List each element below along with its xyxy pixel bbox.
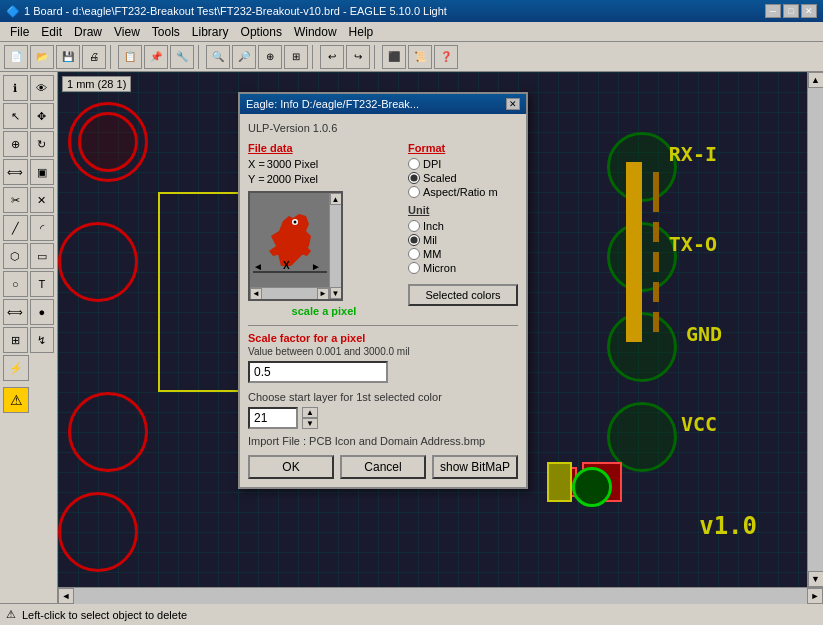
unit-label: Unit (408, 204, 518, 216)
scale-pixel-label: scale a pixel (248, 305, 400, 317)
preview-scroll-down[interactable]: ▼ (330, 287, 342, 299)
tool-info[interactable]: ℹ (3, 75, 28, 101)
tool-copy2[interactable]: ⊕ (3, 131, 28, 157)
menu-tools[interactable]: Tools (146, 23, 186, 41)
preview-scroll-left[interactable]: ◄ (250, 288, 262, 300)
left-sidebar: ℹ 👁 ↖ ✥ ⊕ ↻ ⟺ ▣ ✂ ✕ ╱ ◜ ⬡ ▭ ○ T (0, 72, 58, 603)
status-bar: ⚠ Left-click to select object to delete (0, 603, 823, 625)
layer-spinner: ▲ ▼ (302, 407, 318, 429)
scroll-track-v[interactable] (808, 88, 824, 571)
tool-pointer[interactable]: ↖ (3, 103, 28, 129)
eagle-svg: X ◄ ► (251, 196, 329, 284)
tool-rotate[interactable]: ↻ (30, 131, 55, 157)
toolbar-zoom-select[interactable]: ⊞ (284, 45, 308, 69)
spinner-down[interactable]: ▼ (302, 418, 318, 429)
tool-eye[interactable]: 👁 (30, 75, 55, 101)
scale-input[interactable] (248, 361, 388, 383)
toolbar-redo[interactable]: ↪ (346, 45, 370, 69)
tool-via[interactable]: ● (30, 299, 55, 325)
tool-select[interactable]: ✂ (3, 187, 28, 213)
menu-edit[interactable]: Edit (35, 23, 68, 41)
tool-warning[interactable]: ⚠ (3, 387, 29, 413)
preview-scroll-right[interactable]: ► (317, 288, 329, 300)
svg-text:►: ► (311, 261, 321, 272)
menu-file[interactable]: File (4, 23, 35, 41)
toolbar-copy[interactable]: 📋 (118, 45, 142, 69)
close-button[interactable]: ✕ (801, 4, 817, 18)
scale-section: Scale factor for a pixel Value between 0… (248, 325, 518, 383)
scroll-track-h[interactable] (74, 588, 807, 604)
toolbar-undo[interactable]: ↩ (320, 45, 344, 69)
toolbar-sep-4 (374, 45, 378, 69)
toolbar-fab[interactable]: 🔧 (170, 45, 194, 69)
tool-rect[interactable]: ▭ (30, 243, 55, 269)
tool-mirror[interactable]: ⟺ (3, 159, 28, 185)
unit-mil-radio[interactable] (408, 234, 420, 246)
status-text: Left-click to select object to delete (22, 609, 187, 621)
unit-mm-radio[interactable] (408, 248, 420, 260)
layer-section: Choose start layer for 1st selected colo… (248, 391, 518, 429)
toolbar-help[interactable]: ❓ (434, 45, 458, 69)
menu-draw[interactable]: Draw (68, 23, 108, 41)
tool-comp[interactable]: ⊞ (3, 327, 28, 353)
ok-button[interactable]: OK (248, 455, 334, 479)
spinner-up[interactable]: ▲ (302, 407, 318, 418)
menu-help[interactable]: Help (343, 23, 380, 41)
svg-text:X: X (283, 260, 290, 271)
format-aspect-radio[interactable] (408, 186, 420, 198)
minimize-button[interactable]: ─ (765, 4, 781, 18)
canvas-area[interactable]: R3-04 RX-I TX-O GND VCC v1.0 (58, 72, 807, 587)
tool-text[interactable]: T (30, 271, 55, 297)
menu-library[interactable]: Library (186, 23, 235, 41)
format-scaled-item: Scaled (408, 172, 518, 184)
toolbar-zoom-fit[interactable]: ⊕ (258, 45, 282, 69)
cancel-button[interactable]: Cancel (340, 455, 426, 479)
layer-value-field[interactable] (248, 407, 298, 429)
selected-colors-button[interactable]: Selected colors (408, 284, 518, 306)
menu-window[interactable]: Window (288, 23, 343, 41)
tool-delete[interactable]: ✕ (30, 187, 55, 213)
dialog-close-button[interactable]: ✕ (506, 98, 520, 110)
show-bitmap-button[interactable]: show BitMaP (432, 455, 518, 479)
scale-value-field[interactable] (254, 365, 382, 379)
main-area: ℹ 👁 ↖ ✥ ⊕ ↻ ⟺ ▣ ✂ ✕ ╱ ◜ ⬡ ▭ ○ T (0, 72, 823, 603)
toolbar-paste[interactable]: 📌 (144, 45, 168, 69)
bottom-scrollbar: ◄ ► (58, 587, 823, 603)
unit-inch-radio[interactable] (408, 220, 420, 232)
toolbar-new[interactable]: 📄 (4, 45, 28, 69)
preview-box: X ◄ ► (248, 191, 343, 301)
tool-poly[interactable]: ⬡ (3, 243, 28, 269)
toolbar-stop[interactable]: ⬛ (382, 45, 406, 69)
preview-scroll-up[interactable]: ▲ (330, 193, 342, 205)
tool-circle[interactable]: ○ (3, 271, 28, 297)
tool-move[interactable]: ✥ (30, 103, 55, 129)
scroll-down-button[interactable]: ▼ (808, 571, 824, 587)
scroll-up-button[interactable]: ▲ (808, 72, 824, 88)
scale-title: Scale factor for a pixel (248, 332, 518, 344)
unit-micron-radio[interactable] (408, 262, 420, 274)
import-file-label: Import File : PCB Icon and Domain Addres… (248, 435, 518, 447)
toolbar-script[interactable]: 📜 (408, 45, 432, 69)
tool-group[interactable]: ▣ (30, 159, 55, 185)
toolbar-print[interactable]: 🖨 (82, 45, 106, 69)
dialog-buttons: OK Cancel show BitMaP (248, 455, 518, 479)
format-dpi-radio[interactable] (408, 158, 420, 170)
toolbar-save[interactable]: 💾 (56, 45, 80, 69)
tool-ripup[interactable]: ↯ (30, 327, 55, 353)
menu-options[interactable]: Options (235, 23, 288, 41)
x-label: X = (248, 158, 265, 170)
tool-wire[interactable]: ╱ (3, 215, 28, 241)
scroll-right-button[interactable]: ► (807, 588, 823, 604)
scroll-left-button[interactable]: ◄ (58, 588, 74, 604)
toolbar-zoom-in[interactable]: 🔍 (206, 45, 230, 69)
menu-view[interactable]: View (108, 23, 146, 41)
toolbar-open[interactable]: 📂 (30, 45, 54, 69)
tool-dim[interactable]: ⟺ (3, 299, 28, 325)
tool-route[interactable]: ⚡ (3, 355, 29, 381)
format-scaled-radio[interactable] (408, 172, 420, 184)
toolbar-zoom-out[interactable]: 🔎 (232, 45, 256, 69)
y-label: Y = (248, 173, 265, 185)
tool-arc[interactable]: ◜ (30, 215, 55, 241)
maximize-button[interactable]: □ (783, 4, 799, 18)
preview-scrollbar-v: ▲ ▼ (329, 193, 341, 299)
